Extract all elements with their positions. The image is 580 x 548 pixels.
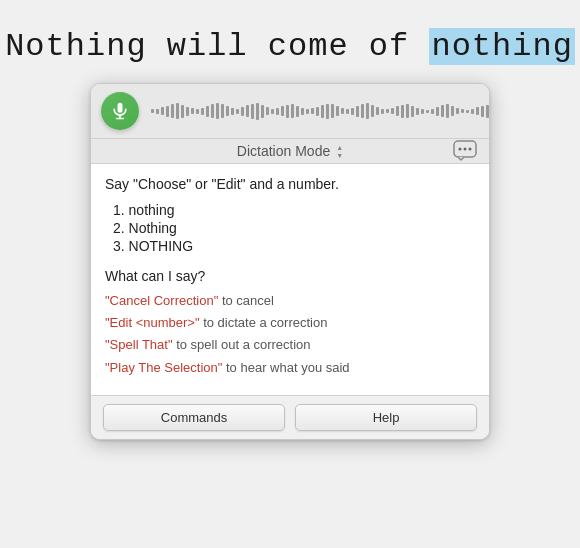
command-item: "Edit <number>" to dictate a correction (105, 314, 475, 332)
command-keyword: "Cancel Correction" (105, 293, 218, 308)
dialog-footer: Commands Help (91, 395, 489, 439)
audio-bar (171, 104, 174, 118)
audio-bar (236, 109, 239, 114)
audio-bar (276, 108, 279, 115)
audio-bar (301, 108, 304, 115)
title-bar: i (91, 84, 489, 139)
audio-bar (361, 104, 364, 118)
audio-bar (341, 108, 344, 114)
audio-bar (451, 106, 454, 116)
audio-bar (296, 106, 299, 117)
what-can-label: What can I say? (105, 268, 475, 284)
audio-bar (186, 107, 189, 116)
audio-bar (391, 108, 394, 114)
audio-bar (166, 106, 169, 117)
audio-bar (251, 104, 254, 119)
mic-icon (110, 101, 130, 121)
audio-bar (316, 107, 319, 116)
audio-bar (466, 110, 469, 113)
mic-button[interactable] (101, 92, 139, 130)
choice-item: 1. nothing (113, 202, 475, 218)
audio-bar (431, 109, 434, 114)
bubble-button[interactable] (453, 140, 479, 162)
audio-bar (311, 108, 314, 114)
audio-bar (286, 105, 289, 118)
audio-bar (406, 104, 409, 118)
choice-item: 3. NOTHING (113, 238, 475, 254)
audio-bar (196, 109, 199, 114)
commands-button[interactable]: Commands (103, 404, 285, 431)
audio-bar (221, 104, 224, 118)
audio-bar (226, 106, 229, 116)
audio-bar (486, 105, 489, 118)
command-item: "Spell That" to spell out a correction (105, 336, 475, 354)
command-item: "Play The Selection" to hear what you sa… (105, 359, 475, 377)
audio-bar (476, 107, 479, 115)
audio-bar (446, 104, 449, 118)
audio-bar (266, 107, 269, 115)
audio-bar (211, 104, 214, 118)
svg-point-5 (464, 148, 467, 151)
audio-bar (216, 103, 219, 119)
audio-bar (231, 108, 234, 115)
audio-bar (461, 109, 464, 113)
audio-bar (351, 108, 354, 115)
audio-bar (356, 106, 359, 117)
help-button[interactable]: Help (295, 404, 477, 431)
audio-bar (411, 106, 414, 117)
command-list: "Cancel Correction" to cancel"Edit <numb… (105, 292, 475, 377)
mode-row: Dictation Mode (91, 139, 489, 164)
audio-bar (381, 109, 384, 114)
audio-bar (191, 108, 194, 114)
audio-bar (256, 103, 259, 120)
audio-bar (371, 105, 374, 117)
header-highlighted: nothing (429, 28, 574, 65)
svg-rect-0 (118, 103, 123, 113)
choice-item: 2. Nothing (113, 220, 475, 236)
audio-bar (416, 108, 419, 115)
audio-bar (366, 103, 369, 119)
audio-bar (306, 109, 309, 114)
audio-bar (326, 104, 329, 119)
audio-bar (481, 106, 484, 117)
audio-bar (436, 107, 439, 116)
audio-bar (386, 109, 389, 113)
command-item: "Cancel Correction" to cancel (105, 292, 475, 310)
audio-bar (456, 108, 459, 114)
header-prefix: Nothing will come of (5, 28, 429, 65)
audio-bar (346, 109, 349, 114)
svg-point-6 (469, 148, 472, 151)
audio-bar (156, 109, 159, 114)
audio-bar (331, 104, 334, 118)
audio-bar (241, 107, 244, 116)
mode-label: Dictation Mode (237, 143, 330, 159)
audio-bar (401, 105, 404, 118)
audio-bar (471, 109, 474, 114)
audio-bar (441, 105, 444, 117)
audio-bar (261, 105, 264, 118)
command-keyword: "Spell That" (105, 337, 173, 352)
instruction-text: Say "Choose" or "Edit" and a number. (105, 176, 475, 192)
audio-bar (246, 105, 249, 117)
audio-bar (206, 106, 209, 117)
dictation-dialog: i Dictation Mode Say "Choose" or "Edit" … (90, 83, 490, 440)
audio-bar (181, 105, 184, 118)
audio-bar (281, 106, 284, 116)
svg-point-4 (459, 148, 462, 151)
audio-bar (321, 105, 324, 118)
audio-bar (336, 106, 339, 116)
audio-bar (291, 104, 294, 118)
audio-bar (396, 106, 399, 116)
audio-bar (426, 110, 429, 113)
audio-bar (421, 109, 424, 114)
header-text: Nothing will come of nothing (5, 28, 575, 65)
choice-list: 1. nothing2. Nothing3. NOTHING (105, 202, 475, 254)
audio-bar (201, 108, 204, 115)
audio-bars (147, 101, 490, 121)
command-keyword: "Play The Selection" (105, 360, 222, 375)
audio-bar (151, 109, 154, 113)
command-keyword: "Edit <number>" (105, 315, 200, 330)
mode-selector[interactable] (336, 144, 343, 159)
audio-bar (176, 103, 179, 119)
audio-bar (376, 107, 379, 115)
